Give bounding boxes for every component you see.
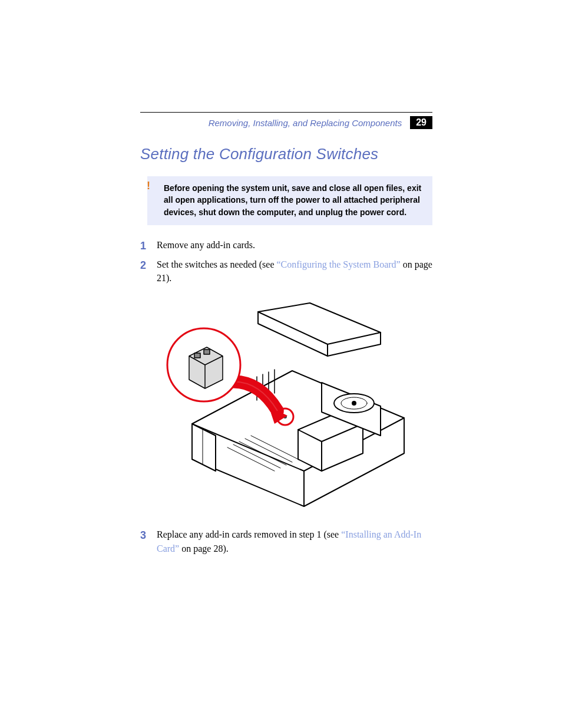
configuration-switch-figure [157,300,416,518]
caution-box: ! Before opening the system unit, save a… [147,176,432,225]
figure-container [140,300,432,518]
step-text: Replace any add-in cards removed in step… [157,529,341,539]
caution-icon: ! [147,180,150,192]
svg-rect-23 [204,350,210,354]
step-list-continued: 3 Replace any add-in cards removed in st… [140,528,432,555]
content-area: Setting the Configuration Switches ! Bef… [140,145,432,561]
section-heading: Setting the Configuration Switches [140,145,432,163]
step-3: 3 Replace any add-in cards removed in st… [140,528,432,555]
step-2: 2 Set the switches as needed (see “Confi… [140,258,432,285]
page: Removing, Installing, and Replacing Comp… [0,0,562,728]
step-number: 2 [140,258,146,273]
running-head-text: Removing, Installing, and Replacing Comp… [209,118,402,128]
svg-marker-1 [258,303,381,344]
step-1: 1 Remove any add-in cards. [140,238,432,252]
step-number: 1 [140,238,146,253]
caution-text: Before opening the system unit, save and… [164,182,424,218]
cross-reference-link[interactable]: “Configuring the System Board” [276,259,400,269]
header-rule [140,112,432,113]
step-text: Set the switches as needed (see [157,259,276,269]
svg-rect-22 [194,353,200,358]
step-text: Remove any add-in cards. [157,240,255,250]
page-number: 29 [410,116,432,129]
running-header: Removing, Installing, and Replacing Comp… [209,116,432,129]
step-text: on page 28). [179,543,229,554]
step-number: 3 [140,528,146,543]
svg-point-7 [352,401,356,405]
step-list: 1 Remove any add-in cards. 2 Set the swi… [140,238,432,285]
